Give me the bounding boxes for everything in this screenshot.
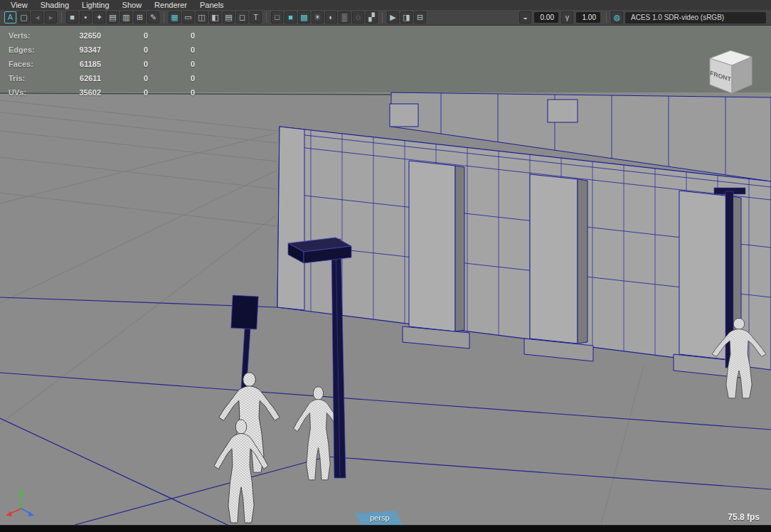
grid-icon[interactable]: ▦ [169, 11, 181, 23]
camera-icon[interactable]: ■ [66, 11, 78, 23]
grease-pencil-icon[interactable]: ✎ [147, 11, 159, 23]
hud-value: 0 [148, 28, 195, 43]
resolution-gate-icon[interactable]: ◫ [196, 11, 208, 23]
hud-value: 0 [148, 43, 195, 57]
viewport-3d[interactable]: FRONT Verts: 32650 0 0 Edges: 93347 0 0 [0, 26, 771, 525]
menu-shading[interactable]: Shading [34, 1, 75, 9]
toolbar-separator [606, 12, 607, 23]
view-cube[interactable]: FRONT [710, 50, 752, 93]
menu-lighting[interactable]: Lighting [75, 1, 116, 9]
hud-value: 61185 [48, 57, 101, 71]
gate-mask-icon[interactable]: ◧ [209, 11, 221, 23]
camera-undo-icon[interactable]: ◂ [31, 11, 43, 23]
hud-value: 0 [148, 57, 195, 71]
gamma-field[interactable]: 1.00 [576, 12, 600, 23]
menu-renderer[interactable]: Renderer [148, 1, 193, 9]
hud-label: Verts: [9, 28, 48, 43]
select-camera-icon[interactable]: A [4, 11, 16, 23]
poly-count-hud: Verts: 32650 0 0 Edges: 93347 0 0 Faces:… [9, 28, 195, 100]
maya-viewport-panel: View Shading Lighting Show Renderer Pane… [0, 0, 771, 532]
toolbar-separator [164, 12, 164, 23]
menu-panels[interactable]: Panels [193, 1, 230, 9]
menu-view[interactable]: View [4, 1, 34, 9]
hud-label: Edges: [9, 43, 48, 57]
safe-action-icon[interactable]: ◻ [236, 11, 248, 23]
hud-value: 0 [101, 28, 148, 43]
hud-value: 0 [101, 71, 148, 85]
selection-highlight-icon[interactable]: ▢ [18, 11, 30, 23]
fps-counter: 75.8 fps [728, 512, 760, 522]
hud-value: 0 [101, 85, 148, 100]
film-gate-icon[interactable]: ▭ [182, 11, 194, 23]
camera-attributes-icon[interactable]: ✦ [93, 11, 105, 23]
xray-joints-icon[interactable]: ⊟ [414, 11, 426, 23]
textured-icon[interactable]: ▩ [298, 11, 310, 23]
motion-blur-icon[interactable]: ◌ [352, 11, 364, 23]
image-plane-icon[interactable]: ▥ [120, 11, 132, 23]
field-chart-icon[interactable]: ▤ [223, 11, 235, 23]
exposure-field[interactable]: 0.00 [534, 12, 558, 23]
viewport-scene[interactable]: FRONT [0, 26, 771, 525]
toolbar-separator [266, 12, 267, 23]
lock-camera-icon[interactable]: ▪ [80, 11, 92, 23]
toolbar-separator [382, 12, 383, 23]
display-settings-cluster: ◒ 0.00 γ 1.00 ◍ ACES 1.0 SDR-video (sRGB… [519, 11, 767, 23]
xray-icon[interactable]: ◨ [400, 11, 413, 23]
hud-value: 62611 [48, 71, 101, 85]
hud-value: 35602 [48, 85, 101, 100]
safe-title-icon[interactable]: T [250, 11, 262, 23]
pan-zoom-2d-icon[interactable]: ⊞ [134, 11, 146, 23]
menu-show[interactable]: Show [116, 1, 149, 9]
view-transform-select[interactable]: ACES 1.0 SDR-video (sRGB) [625, 12, 766, 23]
hud-label: Faces: [9, 57, 48, 71]
toolbar-separator [61, 12, 62, 23]
hud-label: Tris: [9, 71, 48, 85]
hud-value: 0 [101, 43, 148, 57]
shadows-icon[interactable]: ◐ [325, 11, 337, 23]
lights-icon[interactable]: ☀ [312, 11, 324, 23]
hud-value: 32650 [48, 28, 101, 43]
wireframe-icon[interactable]: □ [271, 11, 283, 23]
ssao-icon[interactable]: ▒ [339, 11, 351, 23]
camera-redo-icon[interactable]: ▸ [45, 11, 57, 23]
isolate-select-icon[interactable]: ▶ [387, 11, 399, 23]
hud-value: 0 [148, 85, 195, 100]
exposure-icon[interactable]: ◒ [519, 11, 531, 23]
hud-value: 0 [101, 57, 148, 71]
bookmarks-icon[interactable]: ▤ [107, 11, 119, 23]
hud-label: UVs: [9, 85, 48, 100]
hud-value: 0 [148, 71, 195, 85]
view-transform-icon[interactable]: ◍ [611, 11, 623, 23]
bottom-strip [0, 525, 771, 532]
gamma-icon[interactable]: γ [561, 11, 573, 23]
hud-value: 93347 [48, 43, 101, 57]
anti-alias-icon[interactable]: ▞ [366, 11, 378, 23]
camera-name-label: persp [370, 514, 390, 522]
panel-toolbar: A ▢ ◂ ▸ ■ ▪ ✦ ▤ ▥ ⊞ ✎ ▦ ▭ ◫ ◧ ▤ ◻ T □ ■ … [0, 10, 771, 26]
smooth-shade-icon[interactable]: ■ [285, 11, 297, 23]
panel-menubar: View Shading Lighting Show Renderer Pane… [0, 0, 771, 10]
